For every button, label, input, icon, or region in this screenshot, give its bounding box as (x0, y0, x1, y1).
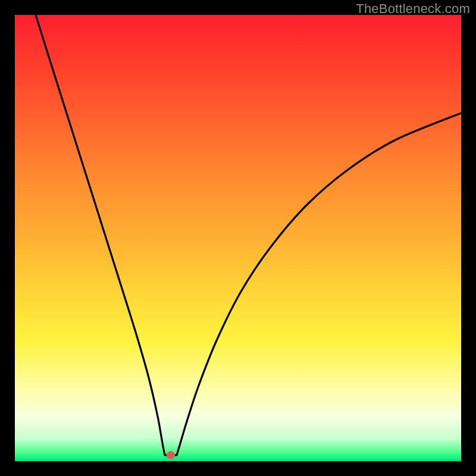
bottleneck-curve (15, 15, 461, 461)
highlight-dot (167, 451, 175, 459)
watermark-text: TheBottleneck.com (356, 1, 470, 17)
chart-frame: TheBottleneck.com (0, 0, 476, 476)
